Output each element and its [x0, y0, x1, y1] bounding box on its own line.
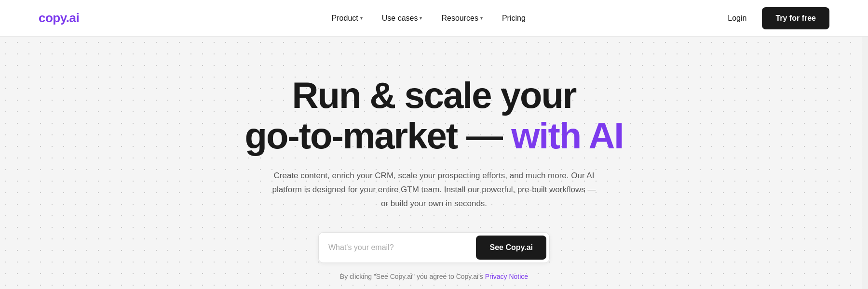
- see-copyai-button[interactable]: See Copy.ai: [476, 236, 546, 260]
- disclaimer-text: By clicking "See Copy.ai" you agree to C…: [340, 273, 483, 280]
- nav-item-use-cases[interactable]: Use cases ▾: [374, 10, 430, 26]
- scrollbar[interactable]: [862, 0, 868, 289]
- nav-item-resources[interactable]: Resources ▾: [434, 10, 490, 26]
- hero-title-line2-plain: go-to-market —: [245, 115, 502, 156]
- nav-label-pricing: Pricing: [502, 14, 526, 23]
- login-button[interactable]: Login: [720, 10, 754, 26]
- hero-title-line1: Run & scale your: [292, 75, 576, 116]
- hero-cta-form: See Copy.ai: [318, 232, 550, 263]
- try-for-free-button[interactable]: Try for free: [762, 7, 829, 29]
- nav-label-product: Product: [332, 14, 358, 23]
- chevron-down-icon: ▾: [480, 15, 483, 21]
- nav-label-resources: Resources: [441, 14, 478, 23]
- hero-disclaimer: By clicking "See Copy.ai" you agree to C…: [340, 273, 528, 280]
- chevron-down-icon: ▾: [360, 15, 363, 21]
- logo-text: copy.ai: [39, 11, 79, 25]
- nav-links: Product ▾ Use cases ▾ Resources ▾ Pricin…: [324, 10, 533, 26]
- nav-item-pricing[interactable]: Pricing: [494, 10, 533, 26]
- nav-item-product[interactable]: Product ▾: [324, 10, 370, 26]
- hero-subtitle: Create content, enrich your CRM, scale y…: [270, 169, 598, 211]
- navbar-actions: Login Try for free: [720, 7, 829, 29]
- navbar: copy.ai Product ▾ Use cases ▾ Resources …: [0, 0, 868, 37]
- hero-section: Run & scale your go-to-market — with AI …: [0, 37, 868, 289]
- email-input[interactable]: [319, 235, 473, 261]
- privacy-notice-link[interactable]: Privacy Notice: [485, 273, 528, 280]
- hero-title: Run & scale your go-to-market — with AI: [245, 75, 624, 156]
- nav-label-use-cases: Use cases: [382, 14, 418, 23]
- hero-title-highlight: with AI: [511, 115, 623, 156]
- brand-logo[interactable]: copy.ai: [39, 11, 79, 26]
- chevron-down-icon: ▾: [420, 15, 422, 21]
